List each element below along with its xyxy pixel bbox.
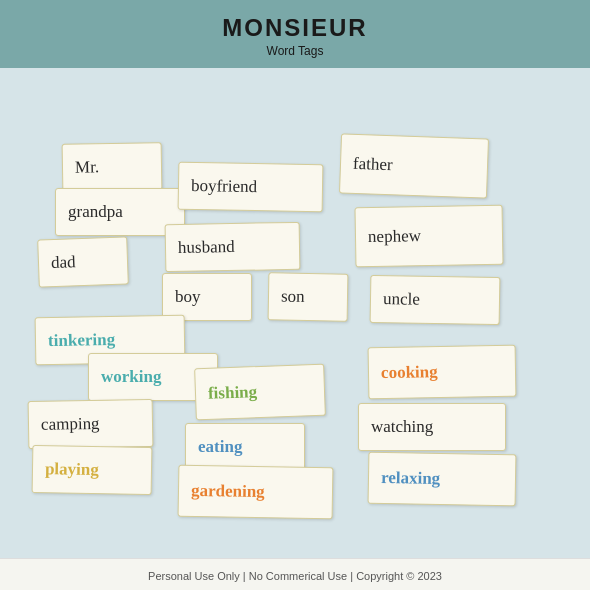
page-subtitle: Word Tags	[0, 44, 590, 58]
word-card-gardening: gardening	[178, 465, 334, 520]
word-card-boy: boy	[162, 273, 252, 321]
word-card-eating: eating	[185, 423, 305, 471]
word-label-tinkering: tinkering	[48, 330, 115, 351]
word-label-uncle: uncle	[383, 289, 420, 310]
word-card-watching: watching	[358, 403, 506, 451]
word-label-working: working	[101, 367, 161, 387]
word-label-nephew: nephew	[368, 226, 421, 247]
footer-text: Personal Use Only | No Commerical Use | …	[148, 570, 442, 582]
word-card-husband: husband	[165, 222, 301, 272]
page-footer: Personal Use Only | No Commerical Use | …	[0, 558, 590, 590]
word-card-son: son	[268, 272, 349, 321]
page-title: MONSIEUR	[0, 14, 590, 42]
word-label-mr: Mr.	[75, 157, 99, 177]
word-label-husband: husband	[178, 237, 235, 258]
page-header: MONSIEUR Word Tags	[0, 0, 590, 68]
word-label-cooking: cooking	[381, 362, 438, 383]
word-card-boyfriend: boyfriend	[178, 162, 324, 213]
word-label-watching: watching	[371, 417, 433, 437]
word-label-eating: eating	[198, 437, 242, 457]
word-label-grandpa: grandpa	[68, 202, 123, 222]
word-card-camping: camping	[28, 399, 154, 449]
word-card-dad: dad	[37, 236, 129, 287]
word-label-boy: boy	[175, 287, 201, 307]
word-label-camping: camping	[41, 414, 100, 435]
word-card-uncle: uncle	[370, 275, 501, 325]
word-card-playing: playing	[32, 445, 153, 495]
word-label-boyfriend: boyfriend	[191, 176, 257, 197]
word-card-mr: Mr.	[62, 142, 163, 192]
word-card-relaxing: relaxing	[368, 452, 517, 507]
word-label-relaxing: relaxing	[381, 468, 441, 489]
word-label-father: father	[353, 154, 393, 175]
word-label-playing: playing	[45, 459, 99, 480]
word-card-father: father	[339, 133, 489, 198]
word-label-fishing: fishing	[208, 382, 258, 404]
word-card-fishing: fishing	[194, 364, 326, 421]
word-card-nephew: nephew	[354, 205, 503, 268]
word-label-dad: dad	[51, 252, 76, 273]
word-label-gardening: gardening	[191, 481, 265, 502]
card-area: Mr.grandpadadboyfriendhusbandboysonfathe…	[0, 68, 590, 558]
word-label-son: son	[281, 287, 305, 307]
word-card-cooking: cooking	[368, 345, 517, 400]
